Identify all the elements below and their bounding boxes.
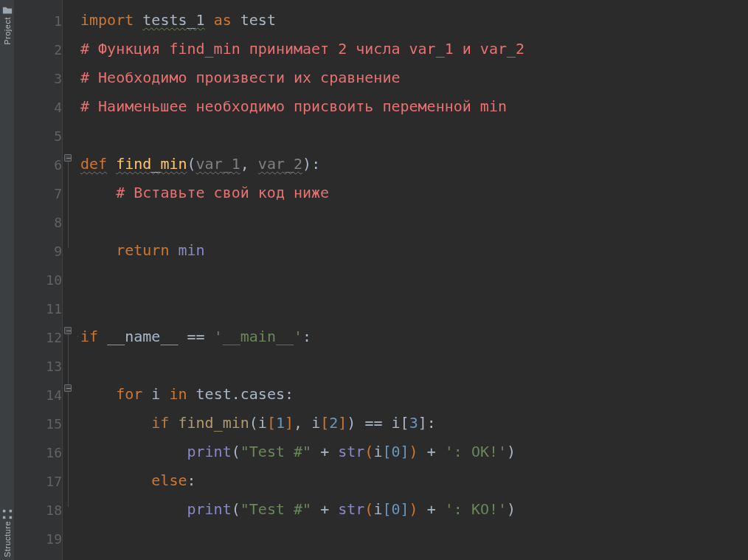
fold-cell xyxy=(63,207,77,236)
token-ident: __name__ xyxy=(107,328,178,345)
code-line[interactable] xyxy=(77,207,748,236)
line-number: 17 xyxy=(32,467,62,496)
gutter-line[interactable]: 11 xyxy=(15,294,62,322)
token-bracket1: ] xyxy=(338,414,347,432)
fold-toggle-icon[interactable] xyxy=(64,327,72,334)
gutter-line[interactable]: 9 xyxy=(15,236,62,265)
code-line-content: # Наименьшее необходимо присвоить переме… xyxy=(77,92,748,121)
token-kw: for xyxy=(116,385,142,403)
token-sp xyxy=(418,443,427,460)
gutter-line[interactable]: 18 xyxy=(15,495,62,524)
token-str: '__main__' xyxy=(214,328,302,345)
fold-cell xyxy=(63,121,77,150)
token-sp xyxy=(329,443,338,460)
token-num: 3 xyxy=(409,414,418,432)
toolwindow-tab-project[interactable]: Project xyxy=(0,3,15,45)
code-line[interactable]: # Необходимо произвести их сравнение xyxy=(77,63,748,92)
gutter-line[interactable]: 5 xyxy=(15,121,62,150)
code-area[interactable]: import tests_1 as test# Функция find_min… xyxy=(77,0,748,560)
gutter-line[interactable]: 4 xyxy=(15,92,62,121)
gutter-line[interactable]: 3 xyxy=(15,63,62,92)
code-line[interactable] xyxy=(77,294,748,322)
svg-rect-0 xyxy=(3,510,6,513)
fold-guide-line xyxy=(68,157,69,248)
code-line[interactable]: # Функция find_min принимает 2 числа var… xyxy=(77,35,748,63)
gutter-line[interactable]: 6 xyxy=(15,150,62,179)
code-line-content: print("Test #" + str(i[0]) + ': OK!') xyxy=(77,438,748,466)
line-number: 13 xyxy=(32,352,62,381)
toolwindow-tab-structure[interactable]: Structure xyxy=(0,507,15,557)
code-line[interactable]: # Наименьшее необходимо присвоить переме… xyxy=(77,92,748,121)
gutter-line[interactable]: 2 xyxy=(15,35,62,63)
token-ident: test.cases xyxy=(196,385,285,403)
code-line[interactable]: def find_min(var_1, var_2): xyxy=(77,150,748,179)
token-kw: import xyxy=(80,11,134,29)
code-line[interactable] xyxy=(77,351,748,380)
token-sp xyxy=(187,385,196,403)
code-line-content: def find_min(var_1, var_2): xyxy=(77,150,748,179)
fold-toggle-icon[interactable] xyxy=(64,384,72,392)
gutter-line[interactable]: 8 xyxy=(15,207,62,236)
token-op: == xyxy=(364,414,382,432)
token-builtin: min xyxy=(178,241,204,259)
line-number: 3 xyxy=(32,64,62,93)
code-line[interactable]: import tests_1 as test xyxy=(77,6,748,35)
token-ident: i xyxy=(392,414,401,432)
token-bracket0: ) xyxy=(302,155,311,173)
gutter-line[interactable]: 17 xyxy=(15,466,62,495)
gutter-line[interactable]: 12 xyxy=(15,322,62,351)
gutter[interactable]: 12345678910111213141516171819 xyxy=(15,0,63,560)
token-sp xyxy=(142,385,151,403)
line-number: 7 xyxy=(32,179,62,208)
token-sp xyxy=(311,500,320,518)
token-op: + xyxy=(320,443,329,460)
token-comment: # Наименьшее необходимо присвоить переме… xyxy=(80,97,507,115)
token-ident: i xyxy=(258,414,267,432)
line-number: 14 xyxy=(32,381,62,409)
gutter-line[interactable]: 16 xyxy=(15,438,62,466)
code-line[interactable]: for i in test.cases: xyxy=(77,380,748,409)
code-line[interactable] xyxy=(77,524,748,553)
token-op: + xyxy=(320,500,329,518)
token-bracket1: ( xyxy=(364,500,373,518)
line-number: 1 xyxy=(32,7,62,35)
code-line[interactable] xyxy=(77,265,748,294)
token-bracket0: [ xyxy=(401,414,409,432)
fold-cell xyxy=(63,524,77,553)
gutter-line[interactable]: 19 xyxy=(15,524,62,553)
code-line[interactable]: if __name__ == '__main__': xyxy=(77,322,748,351)
code-line[interactable]: return min xyxy=(77,236,748,265)
code-line[interactable]: # Вставьте свой код ниже xyxy=(77,179,748,207)
code-line[interactable]: print("Test #" + str(i[0]) + ': KO!') xyxy=(77,495,748,524)
fold-cell xyxy=(63,92,77,121)
token-bracket0: ( xyxy=(187,155,196,173)
token-bracket0: ( xyxy=(232,443,240,460)
code-editor[interactable]: 12345678910111213141516171819 import tes… xyxy=(15,0,748,560)
code-line[interactable] xyxy=(77,121,748,150)
gutter-line[interactable]: 7 xyxy=(15,179,62,207)
fold-toggle-icon[interactable] xyxy=(64,154,72,162)
code-line[interactable]: print("Test #" + str(i[0]) + ': OK!') xyxy=(77,438,748,466)
token-num: 2 xyxy=(329,414,338,432)
gutter-line[interactable]: 14 xyxy=(15,380,62,409)
token-bracket1: ( xyxy=(364,443,373,460)
token-bracket2: ] xyxy=(401,443,409,460)
fold-cell xyxy=(63,294,77,322)
gutter-line[interactable]: 1 xyxy=(15,6,62,35)
code-line-content: # Функция find_min принимает 2 числа var… xyxy=(77,35,748,63)
token-sp xyxy=(205,11,214,29)
token-num: 0 xyxy=(392,443,401,460)
token-ident: i xyxy=(151,385,160,403)
token-op: : xyxy=(302,328,311,345)
token-bracket0: ( xyxy=(232,500,240,518)
token-sp xyxy=(205,328,214,345)
token-ident: tests_1 xyxy=(142,11,204,29)
gutter-line[interactable]: 13 xyxy=(15,351,62,380)
code-line[interactable]: else: xyxy=(77,466,748,495)
fold-column[interactable] xyxy=(63,0,77,560)
gutter-line[interactable]: 10 xyxy=(15,265,62,294)
code-line[interactable]: if find_min(i[1], i[2]) == i[3]: xyxy=(77,409,748,438)
token-ident: i xyxy=(311,414,320,432)
gutter-line[interactable]: 15 xyxy=(15,409,62,438)
token-op: : xyxy=(311,155,320,173)
